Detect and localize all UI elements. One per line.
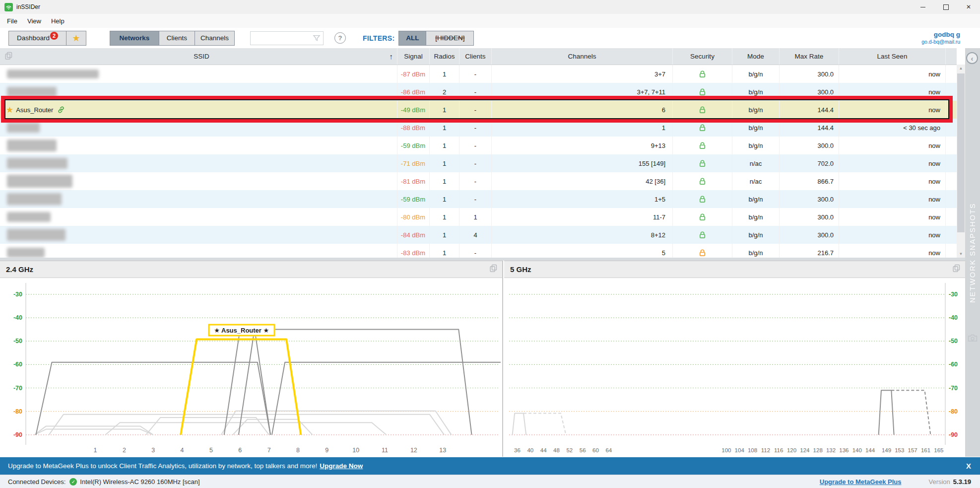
lastseen-cell: now: [839, 226, 945, 244]
column-header-clients[interactable]: Clients: [459, 48, 491, 65]
mode-cell: b/g/n: [732, 190, 779, 208]
ssid-cell: [0, 190, 397, 208]
filter-hidden-button[interactable]: [HIDDEN]: [426, 31, 474, 46]
column-header-filler: [945, 48, 957, 65]
table-row[interactable]: ★Asus_Router-49 dBm1-6b/g/n144.4now: [0, 101, 957, 119]
chart-24ghz-plot[interactable]: -30-40-50-60-70-80-9012345678910111213★ …: [0, 278, 502, 457]
column-header-ssid[interactable]: SSID ↑: [0, 48, 397, 65]
dashboard-button[interactable]: Dashboard2: [8, 31, 66, 46]
channels-cell: 8+12: [491, 226, 672, 244]
copy-icon[interactable]: [490, 264, 497, 275]
table-row[interactable]: -87 dBm1-3+7b/g/n300.0now: [0, 65, 957, 83]
filter-all-button[interactable]: ALL: [398, 31, 426, 46]
column-header-mode[interactable]: Mode: [732, 48, 779, 65]
copy-icon[interactable]: [5, 52, 12, 62]
ssid-cell: [0, 244, 397, 258]
menu-file[interactable]: File: [2, 15, 22, 27]
security-lock-icon: [672, 65, 732, 83]
banner-close-button[interactable]: X: [966, 462, 971, 470]
favorites-button[interactable]: ★: [66, 31, 86, 46]
signal-cell: -84 dBm: [397, 226, 429, 244]
table-row[interactable]: -84 dBm148+12b/g/n300.0now: [0, 226, 957, 244]
network-snapshots-strip[interactable]: ‹ NETWORK SNAPSHOTS: [965, 48, 980, 457]
svg-text:104: 104: [735, 447, 745, 453]
account-info[interactable]: godbq g go.d-bq@mail.ru: [921, 31, 960, 46]
svg-text:7: 7: [267, 447, 271, 454]
signal-cell: -49 dBm: [397, 101, 429, 119]
channels-cell: 11-7: [491, 208, 672, 226]
maxrate-cell: 144.4: [779, 101, 839, 119]
tab-clients[interactable]: Clients: [159, 31, 195, 46]
table-row[interactable]: -81 dBm1-42 [36]n/ac866.7now: [0, 172, 957, 190]
menu-help[interactable]: Help: [46, 15, 69, 27]
mode-cell: n/ac: [732, 172, 779, 190]
maxrate-cell: 300.0: [779, 83, 839, 101]
chart-5ghz-header: 5 GHz: [504, 261, 965, 278]
maxrate-cell: 144.4: [779, 119, 839, 137]
lastseen-cell: now: [839, 172, 945, 190]
ssid-cell: [0, 83, 397, 101]
clients-cell: -: [459, 190, 491, 208]
help-icon[interactable]: ?: [334, 32, 346, 44]
tab-channels[interactable]: Channels: [195, 31, 235, 46]
channels-cell: 5: [491, 244, 672, 258]
maximize-button[interactable]: [934, 0, 957, 14]
chart-5ghz-plot[interactable]: -30-40-50-60-70-80-903640444852566064100…: [504, 278, 965, 457]
lastseen-cell: now: [839, 154, 945, 172]
column-header-channels[interactable]: Channels: [491, 48, 672, 65]
column-header-signal[interactable]: Signal: [397, 48, 429, 65]
expand-panel-chevron-icon[interactable]: ‹: [966, 52, 978, 64]
upgrade-metageek-link[interactable]: Upgrade to MetaGeek Plus: [820, 478, 902, 486]
copy-icon[interactable]: [953, 264, 960, 275]
table-row[interactable]: -86 dBm2-3+7, 7+11b/g/n300.0now: [0, 83, 957, 101]
channels-cell: 6: [491, 101, 672, 119]
table-row[interactable]: -88 dBm1-1b/g/n144.4< 30 sec ago: [0, 119, 957, 137]
menu-view[interactable]: View: [22, 15, 46, 27]
network-curve-label: ★ Asus_Router ★: [208, 324, 275, 336]
radios-cell: 1: [429, 101, 459, 119]
signal-cell: -71 dBm: [397, 154, 429, 172]
column-header-security[interactable]: Security: [672, 48, 732, 65]
lastseen-cell: now: [839, 137, 945, 154]
chart-5ghz-title: 5 GHz: [510, 265, 531, 274]
clients-cell: -: [459, 154, 491, 172]
column-header-maxrate[interactable]: Max Rate: [779, 48, 839, 65]
clients-cell: 1: [459, 208, 491, 226]
signal-cell: -59 dBm: [397, 137, 429, 154]
toolbar: Dashboard2 ★ Networks Clients Channels ?…: [0, 28, 980, 48]
close-button[interactable]: ✕: [957, 0, 980, 14]
scroll-down-icon[interactable]: ▼: [957, 250, 965, 258]
favorite-star-icon[interactable]: ★: [6, 105, 13, 115]
column-header-lastseen[interactable]: Last Seen: [839, 48, 945, 65]
svg-text:144: 144: [865, 447, 875, 453]
maxrate-cell: 702.0: [779, 154, 839, 172]
column-header-radios[interactable]: Radios: [429, 48, 459, 65]
networks-table: SSID ↑ Signal Radios Clients Channels Se…: [0, 48, 957, 258]
radios-cell: 1: [429, 137, 459, 154]
table-scrollbar[interactable]: ▲ ▼: [957, 65, 965, 258]
ssid-header-label: SSID: [194, 53, 209, 60]
scroll-up-icon[interactable]: ▲: [957, 65, 965, 72]
table-row[interactable]: -59 dBm1-9+13b/g/n300.0now: [0, 137, 957, 154]
upgrade-now-link[interactable]: Upgrade Now: [320, 462, 363, 470]
svg-text:40: 40: [527, 447, 533, 453]
svg-text:116: 116: [774, 447, 783, 453]
table-row[interactable]: -71 dBm1-155 [149]n/ac702.0now: [0, 154, 957, 172]
security-lock-icon: [672, 244, 732, 258]
filter-funnel-icon[interactable]: [313, 34, 321, 44]
upgrade-banner: Upgrade to MetaGeek Plus to unlock Clien…: [0, 457, 980, 475]
ssid-cell: [0, 65, 397, 83]
table-row[interactable]: -59 dBm1-1+5b/g/n300.0now: [0, 190, 957, 208]
mode-cell: n/ac: [732, 154, 779, 172]
lastseen-cell: now: [839, 83, 945, 101]
clients-cell: -: [459, 119, 491, 137]
tab-networks[interactable]: Networks: [110, 31, 159, 46]
svg-text:8: 8: [296, 447, 300, 454]
table-row[interactable]: -83 dBm1-5b/g/n216.7now: [0, 244, 957, 258]
account-email: go.d-bq@mail.ru: [921, 39, 960, 45]
svg-text:56: 56: [580, 447, 586, 453]
table-row[interactable]: -80 dBm1111-7b/g/n300.0now: [0, 208, 957, 226]
scrollbar-thumb[interactable]: [957, 73, 965, 232]
minimize-button[interactable]: [912, 0, 934, 14]
sort-ascending-icon[interactable]: ↑: [390, 52, 393, 61]
